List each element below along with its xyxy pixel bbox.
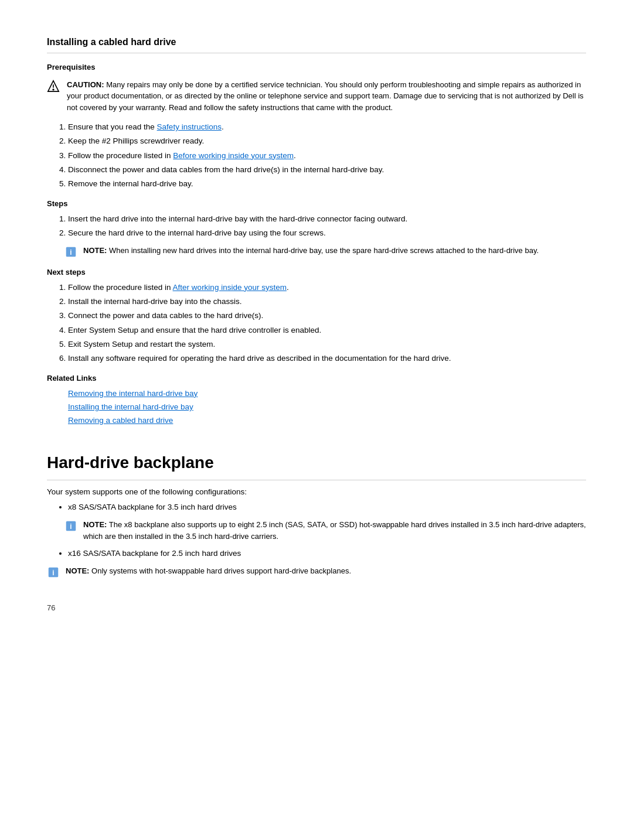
prereq-3-after: . — [294, 151, 296, 160]
section1-title: Installing a cabled hard drive — [47, 35, 586, 53]
section2: Hard-drive backplane Your system support… — [47, 450, 586, 579]
next-step-1: Follow the procedure listed in After wor… — [68, 282, 586, 293]
note-icon-1: i — [64, 245, 77, 258]
caution-box: CAUTION: Many repairs may only be done b… — [47, 79, 586, 114]
note1-prefix: NOTE: — [83, 246, 107, 255]
note3-prefix: NOTE: — [66, 566, 89, 575]
prerequisites-label: Prerequisites — [47, 62, 586, 73]
related-link-3[interactable]: Removing a cabled hard drive — [68, 415, 586, 426]
note2-prefix: NOTE: — [83, 520, 107, 529]
prereq-1-after: . — [222, 122, 224, 131]
related-link-2[interactable]: Installing the internal hard-drive bay — [68, 401, 586, 413]
caution-body: Many repairs may only be done by a certi… — [67, 80, 584, 112]
prereq-item-1: Ensure that you read the Safety instruct… — [68, 121, 586, 133]
next-steps-label: Next steps — [47, 267, 586, 278]
next-step-3: Connect the power and data cables to the… — [68, 310, 586, 322]
note-icon-3: i — [47, 566, 60, 579]
section2-intro: Your system supports one of the followin… — [47, 486, 586, 498]
next-step-2: Install the internal hard-drive bay into… — [68, 296, 586, 308]
prereq-item-4: Disconnect the power and data cables fro… — [68, 164, 586, 176]
related-link-1[interactable]: Removing the internal hard-drive bay — [68, 388, 586, 399]
steps-label: Steps — [47, 198, 586, 210]
safety-instructions-link[interactable]: Safety instructions — [157, 122, 222, 131]
next-steps-list: Follow the procedure listed in After wor… — [47, 282, 586, 365]
svg-point-2 — [53, 89, 53, 90]
before-working-link[interactable]: Before working inside your system — [173, 151, 294, 160]
next-step-5: Exit System Setup and restart the system… — [68, 339, 586, 350]
prereq-item-2: Keep the #2 Phillips screwdriver ready. — [68, 135, 586, 147]
related-links: Removing the internal hard-drive bay Ins… — [47, 388, 586, 427]
section2-title: Hard-drive backplane — [47, 450, 586, 480]
svg-text:i: i — [70, 248, 72, 257]
note2-box: i NOTE: The x8 backplane also supports u… — [64, 519, 586, 542]
section1: Installing a cabled hard drive Prerequis… — [47, 35, 586, 427]
page-number: 76 — [47, 602, 586, 614]
note2-text: NOTE: The x8 backplane also supports up … — [83, 519, 586, 542]
note-icon-2: i — [64, 520, 77, 532]
note2-body: The x8 backplane also supports up to eig… — [83, 520, 586, 541]
note3-box: i NOTE: Only systems with hot-swappable … — [47, 565, 586, 579]
caution-prefix: CAUTION: — [67, 80, 104, 89]
step-2: Secure the hard drive to the internal ha… — [68, 227, 586, 239]
prereq-item-5: Remove the internal hard-drive bay. — [68, 178, 586, 190]
backplane-list: x8 SAS/SATA backplane for 3.5 inch hard … — [47, 501, 586, 513]
prereq-list: Ensure that you read the Safety instruct… — [47, 121, 586, 190]
caution-text: CAUTION: Many repairs may only be done b… — [67, 79, 586, 114]
steps-note-text: NOTE: When installing new hard drives in… — [83, 245, 539, 258]
related-links-label: Related Links — [47, 373, 586, 384]
svg-text:i: i — [70, 523, 72, 531]
next-step-6: Install any software required for operat… — [68, 353, 586, 364]
caution-icon — [47, 80, 60, 93]
note1-body: When installing new hard drives into the… — [107, 246, 539, 255]
steps-list: Insert the hard drive into the internal … — [47, 213, 586, 240]
steps-note-box: i NOTE: When installing new hard drives … — [64, 245, 586, 258]
ns1-after: . — [287, 283, 289, 292]
step-1: Insert the hard drive into the internal … — [68, 213, 586, 225]
prereq-item-3: Follow the procedure listed in Before wo… — [68, 150, 586, 162]
prereq-1-before: Ensure that you read the — [68, 122, 157, 131]
next-step-4: Enter System Setup and ensure that the h… — [68, 325, 586, 336]
backplane-item-1: x8 SAS/SATA backplane for 3.5 inch hard … — [68, 501, 586, 513]
note3-body: Only systems with hot-swappable hard dri… — [89, 566, 351, 575]
after-working-link[interactable]: After working inside your system — [173, 283, 287, 292]
backplane-list-2: x16 SAS/SATA backplane for 2.5 inch hard… — [47, 548, 586, 559]
ns1-before: Follow the procedure listed in — [68, 283, 173, 292]
note3-text: NOTE: Only systems with hot-swappable ha… — [66, 565, 351, 579]
backplane-item-2: x16 SAS/SATA backplane for 2.5 inch hard… — [68, 548, 586, 559]
prereq-3-before: Follow the procedure listed in — [68, 151, 173, 160]
svg-text:i: i — [52, 569, 54, 577]
